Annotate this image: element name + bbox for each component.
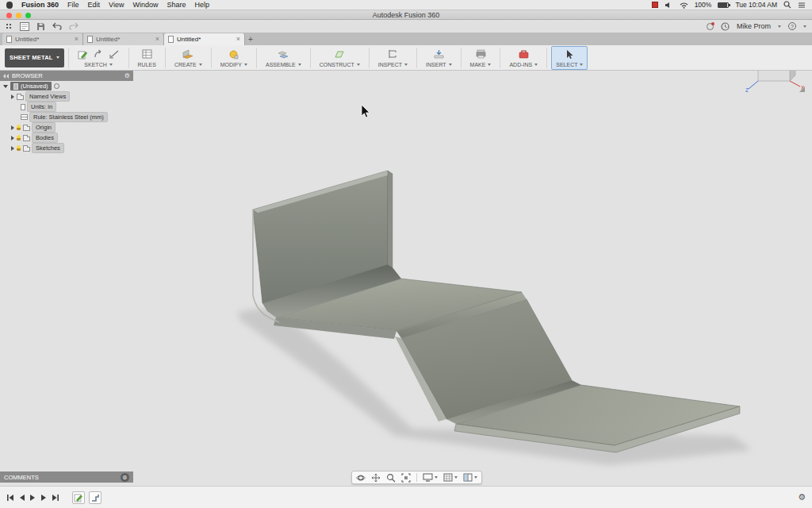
timeline-go-to-start-button[interactable] (6, 494, 14, 502)
dropdown-caret-icon[interactable] (449, 64, 452, 66)
menu-window[interactable]: Window (132, 1, 158, 9)
dropdown-caret-icon[interactable] (454, 476, 458, 479)
tab-close-icon[interactable]: × (75, 36, 79, 43)
timeline-sketch-feature[interactable] (72, 491, 85, 504)
tab-close-icon[interactable]: × (155, 36, 159, 43)
orbit-tool-icon[interactable] (356, 473, 366, 483)
timeline-gear-icon[interactable]: ⚙ (798, 493, 806, 502)
app-grid-icon[interactable] (6, 23, 13, 30)
menu-help[interactable]: Help (194, 1, 209, 9)
fit-view-icon[interactable] (401, 473, 411, 483)
tree-item-label[interactable]: Bodies (33, 133, 57, 142)
dropdown-caret-icon[interactable] (488, 64, 491, 66)
zoom-window-button[interactable] (25, 13, 31, 18)
timeline-play-button[interactable] (29, 494, 36, 502)
menu-share[interactable]: Share (167, 1, 186, 9)
ribbon-group-label[interactable]: MODIFY (220, 62, 242, 67)
menubar-clock[interactable]: Tue 10:04 AM (735, 1, 777, 9)
menu-app-name[interactable]: Fusion 360 (21, 1, 59, 9)
ribbon-group-label[interactable]: MAKE (470, 62, 486, 67)
sketch-dimension-icon[interactable] (109, 49, 120, 59)
visibility-bulb-icon[interactable] (17, 145, 21, 151)
collapse-browser-icon[interactable] (3, 74, 9, 79)
display-settings-icon[interactable] (423, 473, 438, 482)
menu-view[interactable]: View (109, 1, 124, 9)
apple-icon[interactable] (6, 2, 13, 9)
timeline-step-back-button[interactable] (18, 494, 25, 502)
comments-gear-icon[interactable]: ⚙ (121, 473, 129, 482)
browser-row-units[interactable]: Units: in (0, 102, 133, 112)
comments-panel[interactable]: COMMENTS ⚙ (0, 471, 133, 483)
addins-icon[interactable] (519, 49, 529, 59)
dropdown-caret-icon[interactable] (474, 476, 477, 479)
expand-arrow-icon[interactable] (11, 125, 14, 130)
create-flange-icon[interactable] (182, 49, 193, 60)
document-tab-1[interactable]: Untitled* × (2, 33, 83, 45)
document-tab-3-active[interactable]: Untitled* × (164, 33, 245, 45)
tree-item-label[interactable]: Units: in (28, 102, 56, 111)
create-sketch-icon[interactable] (78, 49, 88, 60)
dropdown-caret-icon[interactable] (357, 64, 360, 66)
workspace-selector[interactable]: SHEET METAL (5, 48, 64, 67)
menu-list-icon[interactable] (798, 2, 806, 9)
volume-icon[interactable] (665, 2, 673, 9)
ribbon-group-label[interactable]: CREATE (174, 62, 197, 67)
new-tab-button[interactable]: + (248, 35, 253, 44)
expand-arrow-icon[interactable] (11, 94, 14, 99)
dropdown-caret-icon[interactable] (404, 64, 408, 66)
inspect-icon[interactable] (388, 49, 398, 59)
close-window-button[interactable] (6, 13, 12, 18)
spotlight-icon[interactable] (783, 1, 791, 9)
ribbon-group-label[interactable]: INSERT (426, 62, 446, 67)
construct-plane-icon[interactable] (334, 49, 345, 60)
sheet-metal-rules-icon[interactable] (142, 49, 152, 59)
tree-item-label[interactable]: Origin (33, 123, 55, 132)
redo-icon[interactable] (69, 22, 79, 30)
zoom-tool-icon[interactable] (386, 473, 396, 483)
tree-item-label[interactable]: Rule: Stainless Steel (mm) (30, 113, 107, 121)
help-caret-icon[interactable] (803, 25, 806, 28)
dropdown-caret-icon[interactable] (109, 64, 113, 66)
visibility-bulb-icon[interactable] (17, 125, 21, 130)
ribbon-group-label[interactable]: ADD-INS (509, 62, 532, 67)
browser-row-origin[interactable]: Origin (0, 122, 133, 133)
notifications-clock-icon[interactable] (721, 22, 730, 31)
ribbon-group-label[interactable]: ASSEMBLE (266, 62, 296, 67)
make-icon[interactable] (476, 49, 486, 59)
browser-row-sketches[interactable]: Sketches (0, 143, 133, 153)
undo-icon[interactable] (52, 22, 62, 30)
dropdown-caret-icon[interactable] (534, 64, 538, 66)
document-tab-2[interactable]: Untitled* × (83, 33, 164, 45)
browser-row-named-views[interactable]: Named Views (0, 91, 133, 102)
unsaved-status-icon[interactable] (54, 83, 59, 89)
ribbon-group-label[interactable]: SELECT (556, 62, 577, 67)
assemble-icon[interactable] (278, 49, 289, 60)
visibility-bulb-icon[interactable] (17, 135, 21, 140)
expand-arrow-icon[interactable] (11, 136, 14, 140)
select-cursor-icon[interactable] (565, 49, 574, 60)
pan-tool-icon[interactable] (371, 473, 381, 483)
wifi-icon[interactable] (680, 2, 688, 9)
expand-arrow-icon[interactable] (11, 146, 14, 151)
dropdown-caret-icon[interactable] (244, 64, 247, 66)
modify-icon[interactable] (228, 49, 239, 60)
tree-item-label[interactable]: Sketches (33, 144, 63, 152)
save-icon[interactable] (36, 22, 45, 31)
data-panel-icon[interactable] (20, 22, 29, 31)
ribbon-group-label[interactable]: INSPECT (378, 62, 402, 67)
screen-record-icon[interactable] (652, 2, 658, 8)
timeline-flange-feature[interactable] (89, 491, 102, 504)
finish-sketch-icon[interactable] (94, 49, 104, 59)
grid-settings-icon[interactable] (443, 473, 458, 482)
minimize-window-button[interactable] (16, 13, 21, 18)
timeline-go-to-end-button[interactable] (52, 494, 59, 502)
dropdown-caret-icon[interactable] (435, 476, 438, 479)
tree-item-label[interactable]: Named Views (26, 92, 69, 101)
dropdown-caret-icon[interactable] (298, 64, 301, 66)
ribbon-group-label[interactable]: RULES (138, 62, 156, 67)
menu-edit[interactable]: Edit (88, 1, 101, 9)
dropdown-caret-icon[interactable] (199, 64, 202, 66)
browser-row-rule[interactable]: Rule: Stainless Steel (mm) (0, 112, 133, 122)
insert-icon[interactable] (434, 49, 444, 59)
viewports-icon[interactable] (463, 473, 477, 482)
